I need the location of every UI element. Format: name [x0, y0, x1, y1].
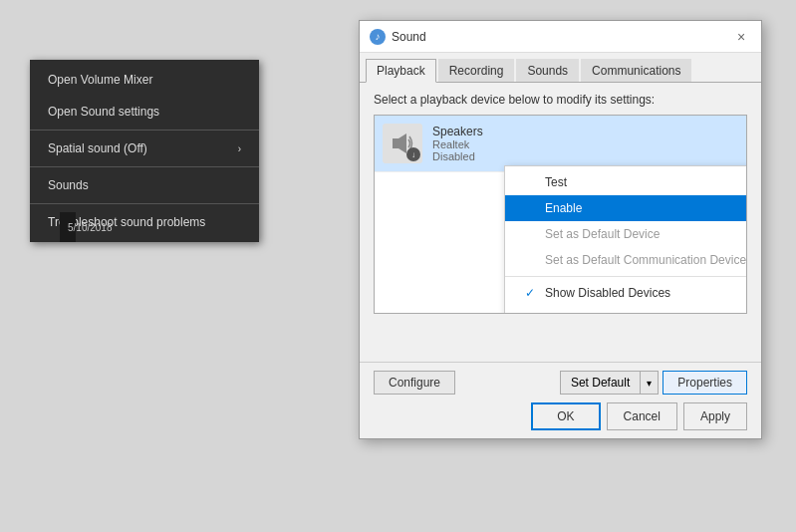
rcm-set-default[interactable]: Set as Default Device	[505, 221, 747, 247]
device-icon: ↓	[383, 124, 422, 163]
cm-separator-1	[30, 130, 259, 131]
disabled-overlay: ↓	[406, 147, 420, 161]
desktop: Open Volume Mixer Open Sound settings Sp…	[0, 0, 796, 532]
apply-button[interactable]: Apply	[683, 402, 747, 430]
cm-separator-2	[30, 166, 259, 167]
dialog-instruction: Select a playback device below to modify…	[374, 93, 747, 107]
set-default-button[interactable]: Set Default	[560, 371, 640, 395]
cm-open-sound-settings[interactable]: Open Sound settings	[30, 96, 259, 128]
sound-dialog: ♪ Sound × Playback Recording Sounds Comm…	[359, 20, 762, 439]
dialog-close-button[interactable]: ×	[731, 27, 751, 47]
tab-recording[interactable]: Recording	[438, 59, 515, 82]
cm-sounds[interactable]: Sounds	[30, 169, 259, 201]
rcm-show-disabled-check: ✓	[523, 286, 537, 300]
dialog-title-left: ♪ Sound	[370, 29, 426, 45]
right-context-menu: Test Enable Set as Default Device Set as…	[504, 165, 747, 314]
dialog-tabs: Playback Recording Sounds Communications	[360, 53, 761, 83]
tab-sounds[interactable]: Sounds	[516, 59, 579, 82]
device-name: Speakers	[432, 125, 738, 138]
svg-marker-1	[398, 133, 406, 153]
set-default-split: Set Default ▾	[560, 371, 659, 395]
rcm-enable[interactable]: Enable	[505, 195, 747, 221]
taskbar-context-menu: Open Volume Mixer Open Sound settings Sp…	[30, 60, 259, 242]
ok-button[interactable]: OK	[531, 402, 600, 430]
taskbar-date: 5/10/2018	[68, 222, 113, 233]
dialog-sound-icon: ♪	[370, 29, 386, 45]
dialog-body: Select a playback device below to modify…	[360, 83, 761, 362]
rcm-test[interactable]: Test	[505, 169, 747, 195]
configure-button[interactable]: Configure	[374, 371, 455, 395]
svg-rect-0	[393, 138, 398, 148]
device-item-speakers[interactable]: ↓ Speakers Realtek Disabled	[375, 116, 746, 172]
cm-separator-3	[30, 203, 259, 204]
device-subtitle1: Realtek	[432, 138, 738, 150]
rcm-show-disconnected[interactable]: ✓ Show Disconnected Devices	[505, 306, 747, 314]
cm-spatial-sound-arrow: ›	[238, 143, 241, 154]
tab-playback[interactable]: Playback	[366, 59, 436, 83]
rcm-show-disabled[interactable]: ✓ Show Disabled Devices	[505, 280, 747, 306]
properties-button[interactable]: Properties	[663, 371, 747, 395]
device-info: Speakers Realtek Disabled	[432, 125, 738, 162]
device-list[interactable]: ↓ Speakers Realtek Disabled Test	[374, 115, 747, 314]
rcm-sep-1	[505, 276, 747, 277]
cancel-button[interactable]: Cancel	[607, 402, 677, 430]
right-buttons: Set Default ▾ Properties	[560, 371, 747, 395]
tab-communications[interactable]: Communications	[581, 59, 691, 82]
dialog-footer: Configure Set Default ▾ Properties OK Ca…	[360, 362, 761, 438]
rcm-show-disconnected-check: ✓	[523, 312, 537, 314]
cm-spatial-sound[interactable]: Spatial sound (Off) ›	[30, 133, 259, 164]
cm-open-volume-mixer[interactable]: Open Volume Mixer	[30, 64, 259, 96]
device-action-buttons: Configure Set Default ▾ Properties	[374, 371, 747, 395]
set-default-arrow[interactable]: ▾	[640, 371, 659, 395]
rcm-set-default-comm[interactable]: Set as Default Communication Device	[505, 247, 747, 273]
dialog-title-text: Sound	[392, 30, 426, 44]
dialog-titlebar: ♪ Sound ×	[360, 21, 761, 53]
taskbar: 5/10/2018	[60, 212, 76, 242]
dialog-ok-cancel: OK Cancel Apply	[374, 402, 747, 430]
device-subtitle2: Disabled	[432, 150, 738, 162]
